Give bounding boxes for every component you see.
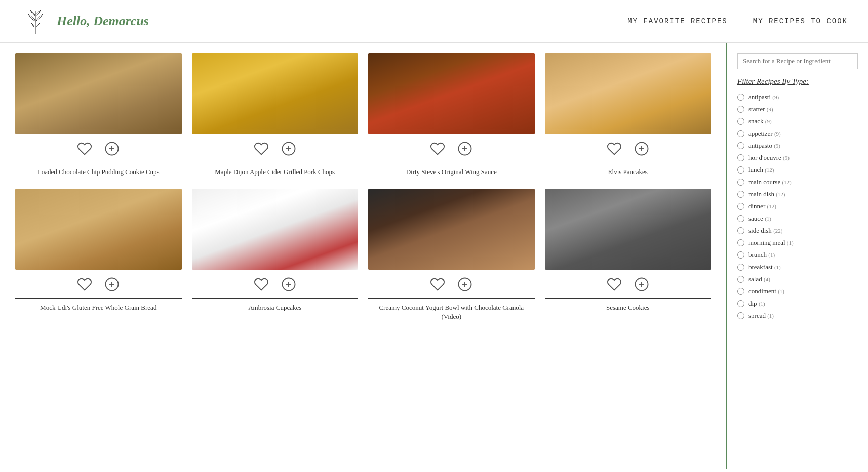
filter-item-condiment[interactable]: condiment (1) [737, 287, 858, 295]
filter-item-brunch[interactable]: brunch (1) [737, 251, 858, 259]
heart-icon-5 [77, 277, 92, 293]
recipe-title-8: Sesame Cookies [604, 303, 652, 312]
filter-radio-condiment[interactable] [737, 288, 744, 295]
filter-item-morning-meal[interactable]: morning meal (1) [737, 239, 858, 247]
recipe-actions-4 [607, 134, 649, 163]
filter-radio-lunch[interactable] [737, 166, 744, 174]
plus-circle-icon-5 [104, 277, 120, 293]
filter-item-spread[interactable]: spread (1) [737, 312, 858, 320]
filter-radio-dinner[interactable] [737, 203, 744, 210]
favorite-btn-7[interactable] [430, 277, 445, 293]
recipe-card-5: Mock Udi's Gluten Free Whole Grain Bread [15, 189, 182, 321]
filter-label-sauce: sauce (1) [748, 214, 771, 223]
filter-label-spread: spread (1) [748, 312, 774, 320]
filter-label-appetizer: appetizer (9) [748, 130, 781, 138]
plus-circle-icon-6 [281, 277, 296, 293]
plus-circle-icon-8 [634, 277, 649, 293]
filter-radio-starter[interactable] [737, 106, 744, 113]
add-btn-4[interactable] [634, 141, 649, 158]
favorite-btn-5[interactable] [77, 277, 92, 293]
recipe-actions-1 [77, 134, 120, 163]
recipe-card-8: Sesame Cookies [545, 189, 712, 321]
recipe-image-3 [368, 53, 535, 134]
main-container: Loaded Chocolate Chip Pudding Cookie Cup… [0, 43, 868, 469]
filter-radio-antipasto[interactable] [737, 142, 744, 149]
add-btn-1[interactable] [104, 141, 120, 158]
filter-radio-main-dish[interactable] [737, 191, 744, 198]
heart-icon-7 [430, 277, 445, 293]
sidebar: Filter Recipes By Type: antipasti (9) st… [726, 43, 868, 469]
heart-icon-4 [607, 141, 622, 158]
filter-item-dinner[interactable]: dinner (12) [737, 202, 858, 210]
filter-radio-dip[interactable] [737, 300, 744, 307]
favorite-btn-3[interactable] [430, 141, 445, 158]
search-input[interactable] [737, 53, 858, 69]
filter-item-main-course[interactable]: main course (12) [737, 178, 858, 186]
add-btn-5[interactable] [104, 277, 120, 293]
add-btn-7[interactable] [457, 277, 472, 293]
filter-label-snack: snack (9) [748, 117, 772, 125]
header: Hello, Demarcus MY FAVORITE RECIPES MY R… [0, 0, 868, 43]
recipe-title-4: Elvis Pancakes [606, 167, 650, 177]
title-divider-1 [15, 163, 182, 163]
filter-radio-side-dish[interactable] [737, 227, 744, 234]
filter-item-salad[interactable]: salad (4) [737, 275, 858, 283]
recipe-grid: Loaded Chocolate Chip Pudding Cookie Cup… [15, 53, 711, 322]
recipe-title-2: Maple Dijon Apple Cider Grilled Pork Cho… [213, 167, 337, 177]
filter-radio-snack[interactable] [737, 118, 744, 125]
filter-radio-breakfast[interactable] [737, 264, 744, 271]
filter-label-lunch: lunch (12) [748, 166, 774, 174]
recipe-image-5 [15, 189, 182, 270]
filter-list: antipasti (9) starter (9) snack (9) appe… [737, 93, 858, 320]
favorite-btn-2[interactable] [254, 141, 269, 158]
filter-label-breakfast: breakfast (1) [748, 263, 781, 271]
greeting-text: Hello, Demarcus [57, 14, 149, 29]
heart-icon-6 [254, 277, 269, 293]
favorite-btn-1[interactable] [77, 141, 92, 158]
filter-label-dip: dip (1) [748, 299, 765, 308]
recipe-card-6: Ambrosia Cupcakes [192, 189, 359, 321]
recipe-card-2: Maple Dijon Apple Cider Grilled Pork Cho… [192, 53, 359, 177]
filter-radio-antipasti[interactable] [737, 94, 744, 101]
plus-circle-icon-2 [281, 141, 296, 158]
filter-item-snack[interactable]: snack (9) [737, 117, 858, 125]
title-divider-4 [545, 163, 712, 163]
filter-item-antipasto[interactable]: antipasto (9) [737, 142, 858, 150]
filter-item-appetizer[interactable]: appetizer (9) [737, 130, 858, 138]
plus-circle-icon-1 [104, 141, 120, 158]
filter-item-side-dish[interactable]: side dish (22) [737, 227, 858, 235]
add-btn-6[interactable] [281, 277, 296, 293]
filter-radio-salad[interactable] [737, 276, 744, 283]
filter-radio-main-course[interactable] [737, 179, 744, 186]
nav-to-cook[interactable]: MY RECIPES TO COOK [753, 17, 848, 25]
filter-radio-hor-doeuvre[interactable] [737, 154, 744, 161]
favorite-btn-4[interactable] [607, 141, 622, 158]
filter-radio-appetizer[interactable] [737, 130, 744, 137]
filter-radio-brunch[interactable] [737, 251, 744, 259]
filter-item-antipasti[interactable]: antipasti (9) [737, 93, 858, 101]
filter-item-main-dish[interactable]: main dish (12) [737, 190, 858, 198]
favorite-btn-8[interactable] [607, 277, 622, 293]
filter-item-starter[interactable]: starter (9) [737, 105, 858, 113]
recipe-actions-3 [430, 134, 472, 163]
title-divider-2 [192, 163, 359, 163]
nav-favorites[interactable]: MY FAVORITE RECIPES [627, 17, 728, 25]
filter-item-breakfast[interactable]: breakfast (1) [737, 263, 858, 271]
filter-item-lunch[interactable]: lunch (12) [737, 166, 858, 174]
recipe-card-3: Dirty Steve's Original Wing Sauce [368, 53, 535, 177]
filter-radio-spread[interactable] [737, 312, 744, 319]
filter-item-dip[interactable]: dip (1) [737, 299, 858, 308]
recipe-title-1: Loaded Chocolate Chip Pudding Cookie Cup… [35, 167, 162, 177]
favorite-btn-6[interactable] [254, 277, 269, 293]
header-left: Hello, Demarcus [20, 6, 149, 36]
filter-item-hor-doeuvre[interactable]: hor d'oeuvre (9) [737, 154, 858, 162]
filter-radio-sauce[interactable] [737, 215, 744, 222]
add-btn-2[interactable] [281, 141, 296, 158]
title-divider-6 [192, 298, 359, 299]
filter-label-brunch: brunch (1) [748, 251, 775, 259]
recipe-image-8 [545, 189, 712, 270]
filter-radio-morning-meal[interactable] [737, 239, 744, 246]
add-btn-8[interactable] [634, 277, 649, 293]
add-btn-3[interactable] [457, 141, 472, 158]
filter-item-sauce[interactable]: sauce (1) [737, 214, 858, 223]
